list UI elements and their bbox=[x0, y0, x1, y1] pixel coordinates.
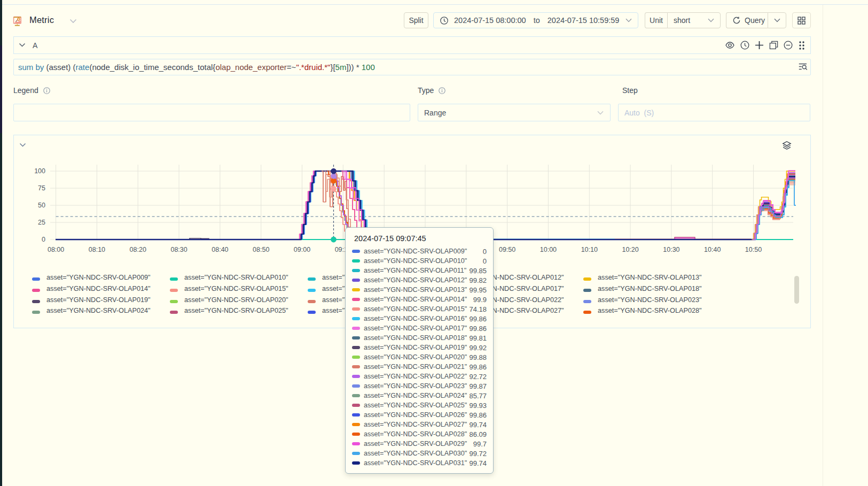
svg-text:10:00: 10:00 bbox=[540, 246, 557, 253]
svg-text:0: 0 bbox=[42, 236, 45, 243]
svg-text:75: 75 bbox=[38, 184, 45, 192]
svg-text:100: 100 bbox=[34, 167, 45, 175]
svg-text:09:00: 09:00 bbox=[294, 246, 310, 253]
svg-text:09:50: 09:50 bbox=[499, 246, 515, 253]
svg-text:10:20: 10:20 bbox=[622, 246, 638, 253]
svg-text:08:00: 08:00 bbox=[48, 246, 64, 253]
svg-text:25: 25 bbox=[38, 219, 45, 226]
svg-text:10:30: 10:30 bbox=[663, 246, 679, 253]
svg-text:08:20: 08:20 bbox=[130, 246, 146, 253]
svg-text:08:50: 08:50 bbox=[253, 246, 269, 253]
svg-text:10:50: 10:50 bbox=[745, 246, 762, 253]
svg-text:10:40: 10:40 bbox=[704, 246, 721, 253]
svg-text:10:10: 10:10 bbox=[581, 246, 598, 253]
svg-text:08:40: 08:40 bbox=[212, 246, 228, 253]
svg-text:08:10: 08:10 bbox=[89, 246, 105, 253]
svg-text:50: 50 bbox=[38, 202, 45, 209]
svg-text:08:30: 08:30 bbox=[170, 246, 187, 253]
